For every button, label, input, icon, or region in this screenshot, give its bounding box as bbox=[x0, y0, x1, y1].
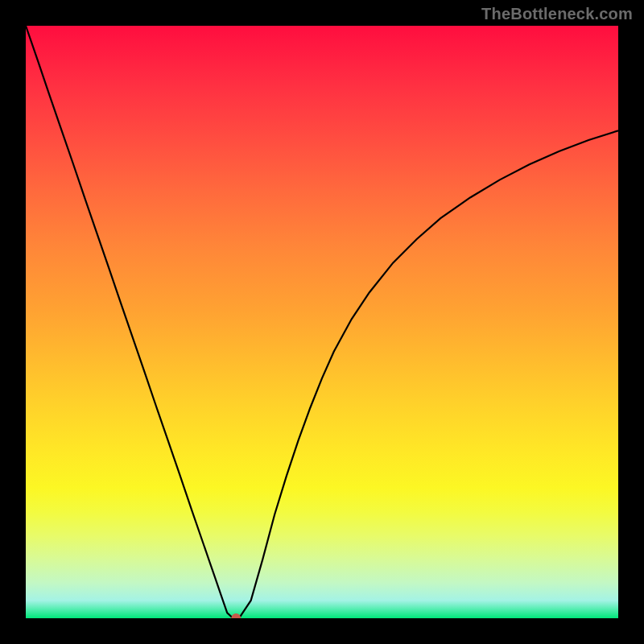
optimum-marker-icon bbox=[231, 613, 241, 618]
bottleneck-curve bbox=[26, 26, 618, 618]
plot-area bbox=[26, 26, 618, 618]
watermark-text: TheBottleneck.com bbox=[481, 5, 633, 23]
chart-container: TheBottleneck.com bbox=[0, 0, 644, 644]
chart-svg bbox=[26, 26, 618, 618]
